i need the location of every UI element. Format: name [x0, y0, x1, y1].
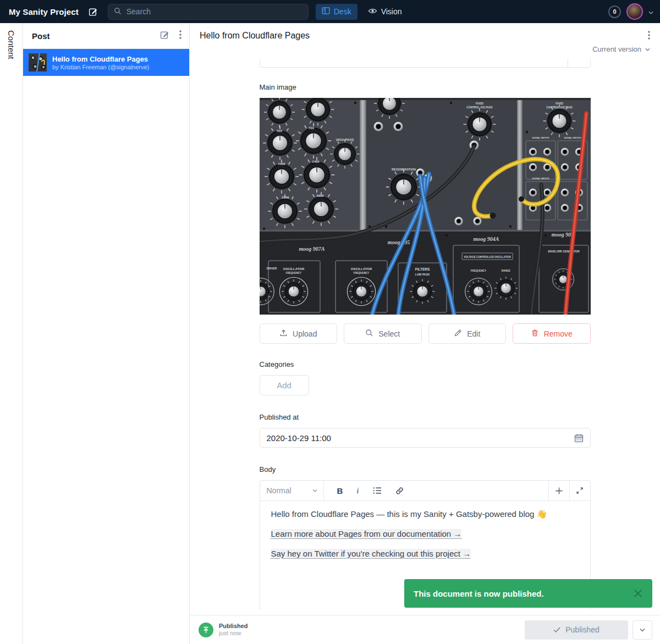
select-button[interactable]: Select: [344, 323, 422, 344]
moog-logo: moog 907A: [299, 246, 324, 252]
svg-text:SIGNAL INPUTS: SIGNAL INPUTS: [532, 136, 549, 139]
published-at-input[interactable]: 2020-10-29 11:00: [260, 428, 591, 448]
body-link[interactable]: Say hey on Twitter if you're checking ou…: [271, 549, 471, 558]
svg-text:700: 700: [308, 126, 314, 130]
toast-message: This document is now published.: [414, 589, 544, 598]
svg-text:DRIVER: DRIVER: [266, 267, 277, 270]
editor-toolbar: Normal B i: [260, 481, 590, 501]
remove-button[interactable]: Remove: [513, 323, 591, 344]
bullet-list-button[interactable]: [373, 487, 382, 494]
list-item-subtitle: by Kristian Freeman (@signalnerve): [52, 64, 149, 71]
check-icon: [553, 627, 560, 633]
svg-text:OSCILLATOR: OSCILLATOR: [283, 267, 304, 271]
calendar-icon[interactable]: [574, 433, 584, 443]
svg-text:RANGE: RANGE: [501, 269, 510, 272]
svg-text:2000: 2000: [282, 196, 289, 199]
search-icon: [114, 7, 122, 16]
body-link[interactable]: Learn more about Pages from our document…: [271, 529, 462, 538]
body-paragraph: Hello from Cloudflare Pages — this is my…: [271, 508, 579, 520]
svg-text:FREQUENCY: FREQUENCY: [470, 269, 486, 272]
field-label: Categories: [260, 360, 591, 368]
kebab-menu-icon[interactable]: [179, 30, 182, 41]
body-paragraph: Learn more about Pages from our document…: [271, 528, 579, 540]
chevron-down-icon: [640, 628, 645, 632]
post-list-header: Post: [23, 23, 189, 49]
svg-text:FREQUENCY: FREQUENCY: [285, 272, 301, 274]
close-icon[interactable]: [633, 588, 643, 598]
kebab-menu-icon[interactable]: [648, 31, 650, 42]
published-at-value: 2020-10-29 11:00: [267, 433, 331, 443]
list-item-title: Hello from Cloudflare Pages: [52, 54, 149, 64]
project-title: My Sanity Project: [9, 7, 79, 16]
tab-desk[interactable]: Desk: [316, 4, 358, 20]
svg-text:VOLTAGE CONTROLLED OSCILLATOR: VOLTAGE CONTROLLED OSCILLATOR: [464, 256, 511, 258]
edit-button[interactable]: Edit: [428, 323, 507, 344]
list-title: Post: [32, 31, 50, 41]
slug-field-partial[interactable]: [260, 59, 591, 68]
eye-icon: [368, 7, 377, 16]
field-label: Body: [260, 465, 591, 474]
list-item[interactable]: Hello from Cloudflare Pages by Kristian …: [23, 49, 189, 76]
search-icon: [365, 329, 373, 339]
svg-text:500: 500: [276, 129, 282, 133]
svg-text:1400: 1400: [312, 160, 320, 163]
document-footer: Published just now Published: [190, 615, 660, 644]
svg-text:1000: 1000: [278, 162, 285, 166]
post-list-panel: Post: [23, 23, 190, 644]
expand-editor-button[interactable]: [569, 481, 590, 500]
publish-menu-button[interactable]: [632, 620, 652, 640]
field-main-image: Main image: [260, 83, 591, 344]
field-published-at: Published at 2020-10-29 11:00: [260, 413, 591, 448]
svg-text:ENVELOPE GENERATOR: ENVELOPE GENERATOR: [548, 250, 580, 253]
chevron-down-icon: [312, 489, 317, 492]
body-paragraph: Say hey on Twitter if you're checking ou…: [271, 548, 579, 560]
svg-text:REGENERATION: REGENERATION: [392, 168, 416, 171]
upload-button[interactable]: Upload: [260, 323, 338, 344]
version-selector[interactable]: Current version: [190, 42, 660, 59]
upload-icon: [279, 329, 288, 339]
bold-button[interactable]: B: [337, 486, 343, 496]
topbar: My Sanity Project Search Desk: [0, 0, 660, 23]
svg-text:moog 902: moog 902: [551, 232, 573, 238]
svg-text:FILTERS: FILTERS: [415, 267, 430, 271]
compose-icon[interactable]: [89, 7, 98, 16]
style-select[interactable]: Normal: [260, 481, 324, 500]
svg-text:LOW PASS: LOW PASS: [415, 273, 430, 276]
document-title: Hello from Cloudflare Pages: [200, 31, 310, 41]
chevron-down-icon[interactable]: [648, 7, 653, 16]
post-thumbnail: [29, 53, 47, 71]
svg-text:2800: 2800: [316, 194, 324, 197]
svg-text:SIGNAL INPUTS: SIGNAL INPUTS: [564, 136, 581, 139]
main-image-preview[interactable]: HIGH PASS 500 700 1000 1400 2000 2800 FI…: [260, 98, 591, 315]
tab-vision[interactable]: Vision: [362, 4, 408, 20]
italic-button[interactable]: i: [356, 486, 359, 496]
svg-text:FREQUENCY: FREQUENCY: [353, 272, 369, 274]
document-form-scrollarea[interactable]: Main image: [190, 59, 660, 615]
document-panel: Hello from Cloudflare Pages Current vers…: [190, 23, 660, 644]
field-categories: Categories Add: [260, 360, 591, 395]
svg-text:FIXED: FIXED: [555, 102, 563, 105]
link-button[interactable]: [395, 487, 404, 495]
avatar[interactable]: [626, 3, 643, 20]
search-input[interactable]: Search: [108, 4, 309, 20]
photo-label: HIGH PASS: [336, 138, 354, 141]
notifications-badge[interactable]: 0: [608, 5, 621, 18]
body-editor-content[interactable]: Hello from Cloudflare Pages — this is my…: [260, 501, 590, 575]
publish-button[interactable]: Published: [525, 620, 628, 640]
add-category-button[interactable]: Add: [260, 375, 309, 395]
field-label: Published at: [260, 413, 591, 421]
svg-text:FIXED: FIXED: [475, 102, 483, 105]
svg-text:CONTROL VOLTAGE: CONTROL VOLTAGE: [546, 106, 573, 109]
svg-text:SIGNAL INPUTS: SIGNAL INPUTS: [532, 177, 549, 180]
search-placeholder: Search: [127, 7, 151, 16]
svg-text:CONTROL VOLTAGE: CONTROL VOLTAGE: [466, 106, 493, 109]
chevron-down-icon: [645, 48, 650, 51]
svg-text:OSCILLATOR: OSCILLATOR: [350, 267, 372, 271]
svg-text:moog 995: moog 995: [387, 239, 409, 245]
compose-icon[interactable]: [160, 30, 169, 42]
publish-status-time: just now: [219, 630, 248, 637]
content-rail[interactable]: Content: [0, 23, 23, 644]
trash-icon: [531, 329, 539, 339]
desk-icon: [322, 7, 330, 16]
insert-block-button[interactable]: [548, 481, 569, 500]
